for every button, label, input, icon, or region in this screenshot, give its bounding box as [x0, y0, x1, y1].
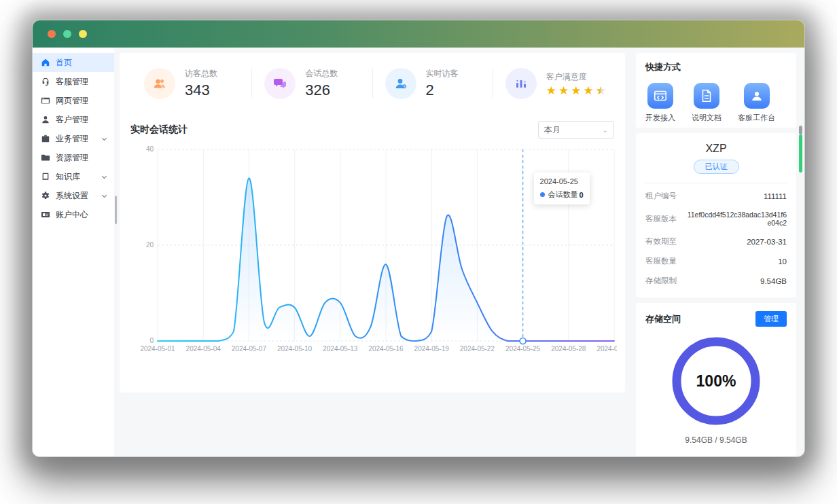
quick-link-label: 开发接入: [645, 113, 675, 123]
home-icon: [41, 58, 50, 67]
star-icon: ★: [584, 85, 594, 96]
chevron-down-icon: [101, 193, 107, 199]
stat-label: 访客总数: [185, 68, 217, 79]
sidebar-item-label: 首页: [56, 57, 72, 69]
sessions-chart[interactable]: 2024-05-012024-05-042024-05-072024-05-10…: [130, 144, 617, 359]
sidebar-item-label: 资源管理: [56, 152, 88, 164]
book-icon: [41, 172, 50, 181]
account-field-version: 客服版本11ef0cdd4f512c38adac13d41f6e04c2: [645, 206, 787, 232]
briefcase-icon: [41, 134, 50, 143]
chevron-down-icon: [101, 136, 107, 142]
svg-text:2024-05-28: 2024-05-28: [551, 345, 586, 353]
main-scrollbar-thumb[interactable]: [115, 196, 117, 224]
stat-value: 343: [185, 82, 217, 99]
sidebar-item-label: 知识库: [56, 171, 80, 183]
stat-label: 实时访客: [426, 68, 459, 79]
svg-text:2024-05-07: 2024-05-07: [232, 345, 267, 353]
star-icon: ★: [546, 85, 556, 96]
dashboard-card: 访客总数 343 会话总数 326: [120, 53, 625, 393]
tenant-name: XZP: [645, 143, 787, 155]
stats-row: 访客总数 343 会话总数 326: [120, 53, 625, 114]
sidebar-item-knowledge-base[interactable]: 知识库: [33, 167, 114, 186]
account-field-agent-count: 客服数量10: [645, 251, 787, 271]
realtime-visitor-icon: [385, 68, 416, 99]
window-titlebar: [33, 20, 804, 48]
storage-card: 存储空间 管理 100% 9.54GB / 9.54GB: [636, 303, 796, 456]
sidebar: 首页 客服管理 网页管理 客户管理 业务管理 资源管理: [33, 48, 114, 456]
sidebar-item-label: 客服管理: [56, 76, 88, 88]
svg-text:0: 0: [149, 337, 154, 344]
svg-text:2024-05-16: 2024-05-16: [368, 345, 404, 353]
sidebar-item-label: 业务管理: [56, 133, 88, 145]
sidebar-item-business-management[interactable]: 业务管理: [33, 129, 114, 148]
minimize-window-button[interactable]: [63, 30, 71, 38]
workbench-icon: [744, 83, 770, 109]
sidebar-item-account-center[interactable]: 账户中心: [33, 205, 114, 224]
quick-link-docs[interactable]: 说明文档: [692, 83, 722, 123]
svg-text:2024-05-22: 2024-05-22: [460, 345, 495, 353]
quick-link-label: 客服工作台: [738, 113, 775, 123]
right-panel: 快捷方式 开发接入 说明文档: [630, 48, 804, 456]
series-dot-icon: [540, 192, 545, 197]
tooltip-series: 会话数量: [548, 190, 578, 200]
rating-stars: ★★★★★★: [546, 85, 608, 96]
svg-text:2024-05-01: 2024-05-01: [140, 345, 175, 353]
sidebar-item-resource-management[interactable]: 资源管理: [33, 148, 114, 167]
account-field-tenant-id: 租户编号111111: [645, 186, 787, 206]
chevron-down-icon: [101, 174, 107, 180]
svg-text:2024-05-04: 2024-05-04: [186, 345, 221, 353]
stat-total-sessions: 会话总数 326: [252, 68, 372, 99]
sidebar-item-webpage-management[interactable]: 网页管理: [33, 91, 114, 110]
sidebar-item-label: 系统设置: [56, 190, 88, 202]
tooltip-date: 2024-05-25: [540, 177, 584, 185]
quick-links-title: 快捷方式: [645, 61, 787, 73]
docs-icon: [694, 83, 719, 109]
svg-text:2024-05-25: 2024-05-25: [505, 345, 541, 353]
main-content: 访客总数 343 会话总数 326: [114, 48, 630, 456]
account-field-storage-limit: 存储限制9.54GB: [645, 271, 787, 291]
close-window-button[interactable]: [48, 30, 56, 38]
manage-storage-button[interactable]: 管理: [755, 311, 787, 327]
stat-realtime-visitors: 实时访客 2: [373, 68, 493, 99]
sidebar-item-label: 网页管理: [56, 95, 88, 107]
tooltip-value: 0: [579, 191, 583, 199]
svg-text:20: 20: [146, 241, 154, 249]
folder-icon: [41, 153, 50, 162]
stat-label: 会话总数: [305, 68, 338, 79]
storage-title: 存储空间: [645, 313, 681, 325]
date-range-select[interactable]: 本月 ⌄: [538, 121, 614, 139]
chevron-down-icon: ⌄: [603, 126, 608, 134]
sidebar-item-home[interactable]: 首页: [33, 53, 114, 72]
customer-icon: [41, 115, 50, 124]
verified-badge: 已认证: [694, 160, 739, 174]
svg-text:2024-05-19: 2024-05-19: [414, 345, 450, 353]
chart-section: 实时会话统计 本月 ⌄: [120, 114, 625, 359]
right-scrollbar-track-cap: [799, 126, 802, 134]
account-card: XZP 已认证 租户编号111111 客服版本11ef0cdd4f512c38a…: [636, 133, 796, 298]
stat-value: 2: [426, 82, 459, 99]
svg-text:2024-05-13: 2024-05-13: [323, 345, 358, 353]
stat-label: 客户满意度: [546, 71, 608, 83]
satisfaction-icon: [505, 68, 537, 99]
visitors-icon: [144, 68, 175, 99]
svg-text:2024-05-31: 2024-05-31: [596, 345, 617, 353]
maximize-window-button[interactable]: [79, 30, 87, 38]
quick-links-card: 快捷方式 开发接入 说明文档: [636, 53, 796, 128]
idcard-icon: [41, 210, 50, 219]
sidebar-item-label: 账户中心: [56, 209, 88, 221]
quick-link-dev-access[interactable]: 开发接入: [645, 83, 675, 123]
sidebar-item-system-settings[interactable]: 系统设置: [33, 186, 114, 205]
chart-tooltip: 2024-05-25 会话数量 0: [534, 173, 590, 204]
sidebar-item-agent-management[interactable]: 客服管理: [33, 72, 114, 91]
chart-title: 实时会话统计: [130, 124, 188, 136]
storage-donut: 100%: [671, 336, 761, 426]
dev-access-icon: [647, 83, 673, 109]
svg-text:40: 40: [146, 145, 154, 153]
right-scrollbar-thumb[interactable]: [799, 134, 802, 173]
sidebar-item-customer-management[interactable]: 客户管理: [33, 110, 114, 129]
stat-value: 326: [305, 82, 338, 99]
storage-percent: 100%: [671, 336, 761, 426]
quick-link-workbench[interactable]: 客服工作台: [738, 83, 775, 123]
star-icon: ★: [571, 85, 581, 96]
sidebar-item-label: 客户管理: [56, 114, 88, 126]
